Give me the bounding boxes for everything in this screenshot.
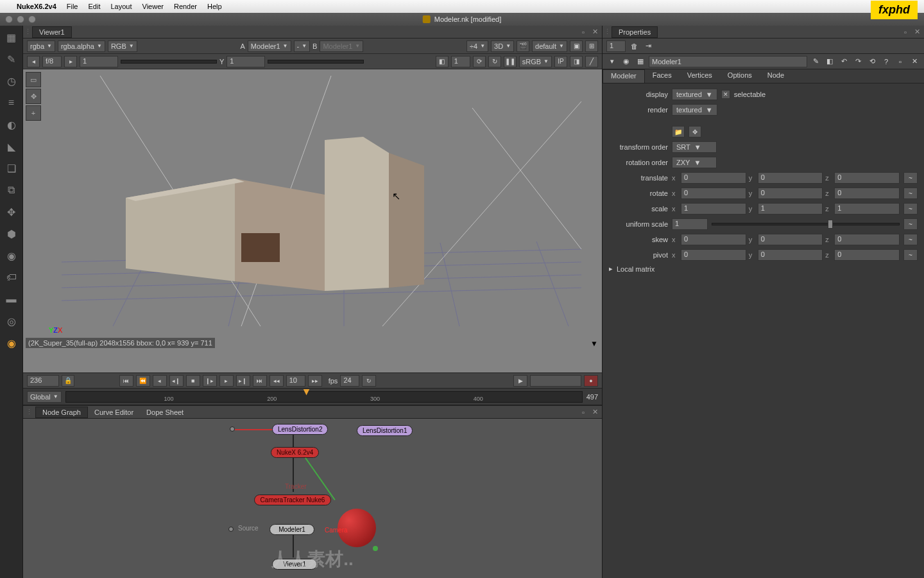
selectable-checkbox[interactable]: ✕ bbox=[721, 90, 730, 99]
center-icon[interactable]: ▦ bbox=[635, 56, 646, 67]
prop-count-field[interactable]: 1 bbox=[606, 40, 626, 52]
roi-icon[interactable]: ▣ bbox=[570, 40, 583, 52]
stop-icon[interactable]: ■ bbox=[186, 375, 200, 387]
wipe-combo[interactable]: -▼ bbox=[294, 40, 311, 52]
transform-order-combo[interactable]: SRT▼ bbox=[672, 141, 717, 153]
gain-slider[interactable] bbox=[121, 60, 217, 64]
wipe-icon[interactable]: ◨ bbox=[570, 56, 583, 67]
tool-views-icon[interactable]: ◉ bbox=[4, 248, 19, 263]
color-icon[interactable]: ◧ bbox=[824, 56, 835, 67]
revert-icon[interactable]: ⟲ bbox=[866, 56, 878, 67]
prop-grip-icon[interactable]: ⋮ bbox=[603, 28, 612, 36]
input-b-combo[interactable]: Modeler1▼ bbox=[320, 40, 363, 52]
first-frame-icon[interactable]: ⏮ bbox=[119, 375, 133, 387]
flipbook-field[interactable] bbox=[530, 375, 581, 387]
rotation-order-combo[interactable]: ZXY▼ bbox=[672, 157, 717, 168]
traffic-lights[interactable] bbox=[0, 15, 36, 23]
prop-close-icon[interactable]: ✕ bbox=[911, 28, 924, 36]
tc-field[interactable]: 1 bbox=[451, 56, 470, 67]
display-combo[interactable]: textured▼ bbox=[672, 89, 717, 100]
skip-back-icon[interactable]: ◂◂ bbox=[270, 375, 284, 387]
node-lens2[interactable]: LensDistortion1 bbox=[357, 425, 413, 436]
tab-curve-editor[interactable]: Curve Editor bbox=[88, 407, 140, 417]
pivot-anim-icon[interactable]: ~ bbox=[903, 249, 918, 261]
vp-move-icon[interactable]: ✥ bbox=[26, 89, 41, 104]
tool-filter-icon[interactable]: ◣ bbox=[4, 139, 19, 154]
uscale-anim-icon[interactable]: ~ bbox=[903, 218, 918, 230]
next-frame-icon[interactable]: ❙▸ bbox=[203, 375, 217, 387]
render-combo[interactable]: textured▼ bbox=[672, 104, 717, 116]
step-fwd-icon[interactable]: ▸❙ bbox=[236, 375, 250, 387]
translate-x[interactable]: 0 bbox=[681, 172, 746, 184]
tool-image-icon[interactable]: ▦ bbox=[4, 30, 19, 45]
skip-field[interactable]: 10 bbox=[286, 375, 305, 387]
app-name[interactable]: NukeX6.2v4 bbox=[17, 3, 56, 10]
tool-channel-icon[interactable]: ≡ bbox=[4, 95, 19, 110]
viewer-tab[interactable]: Viewer1 bbox=[32, 26, 72, 38]
lut-combo[interactable]: sRGB▼ bbox=[519, 56, 552, 67]
menu-help[interactable]: Help bbox=[207, 3, 222, 10]
tool-brush-icon[interactable]: ✎ bbox=[4, 51, 19, 67]
tab-faces[interactable]: Faces bbox=[645, 69, 680, 83]
rotate-x[interactable]: 0 bbox=[681, 188, 746, 199]
dot-node-2[interactable] bbox=[228, 527, 234, 532]
tab-options[interactable]: Options bbox=[720, 69, 760, 83]
tool-time-icon[interactable]: ◷ bbox=[4, 73, 19, 89]
redo-icon[interactable]: ↷ bbox=[852, 56, 864, 67]
snap-axis-icon[interactable]: ✥ bbox=[689, 126, 701, 137]
skip-fwd-icon[interactable]: ▸▸ bbox=[308, 375, 322, 387]
status-dropdown-icon[interactable]: ▼ bbox=[590, 339, 598, 348]
ng-float-icon[interactable]: ▫ bbox=[578, 408, 588, 416]
node-viewer[interactable]: Viewer1 bbox=[272, 559, 317, 570]
input-a-combo[interactable]: Modeler1▼ bbox=[248, 40, 291, 52]
skew-anim-icon[interactable]: ~ bbox=[903, 234, 918, 245]
snap-folder-icon[interactable]: 📁 bbox=[672, 126, 685, 137]
translate-z[interactable]: 0 bbox=[834, 172, 900, 184]
render-icon[interactable]: ● bbox=[584, 375, 598, 387]
pause-render-icon[interactable]: ⟳ bbox=[473, 56, 486, 67]
play-icon[interactable]: ▸ bbox=[219, 375, 234, 387]
clip-icon[interactable]: ◧ bbox=[436, 56, 449, 67]
scale-y[interactable]: 1 bbox=[758, 203, 823, 215]
node-modeler[interactable]: Modeler1 bbox=[270, 524, 314, 535]
tool-transform-icon[interactable]: ✥ bbox=[4, 204, 19, 220]
view-mode-combo[interactable]: 3D▼ bbox=[491, 40, 514, 52]
node-name-field[interactable]: Modeler1 bbox=[649, 56, 807, 67]
rotate-anim-icon[interactable]: ~ bbox=[903, 188, 918, 199]
vp-select-icon[interactable]: ▭ bbox=[26, 72, 41, 87]
refresh-icon[interactable]: ↻ bbox=[488, 56, 501, 67]
tool-keyer-icon[interactable]: ❑ bbox=[4, 161, 19, 176]
translate-anim-icon[interactable]: ~ bbox=[903, 172, 918, 184]
fps-field[interactable]: 24 bbox=[340, 375, 359, 387]
lock-icon[interactable]: 🔒 bbox=[62, 375, 74, 387]
panel-grip-icon[interactable]: ⋮ bbox=[23, 28, 32, 36]
uniform-scale-slider[interactable] bbox=[712, 223, 900, 225]
range-combo[interactable]: Global▼ bbox=[27, 391, 62, 403]
prev-key-icon[interactable]: ⏪ bbox=[136, 375, 150, 387]
tab-modeler[interactable]: Modeler bbox=[603, 69, 645, 83]
float-prop-icon[interactable]: ▫ bbox=[894, 56, 906, 67]
menu-render[interactable]: Render bbox=[174, 3, 197, 10]
flipbook-icon[interactable]: ▶ bbox=[513, 375, 527, 387]
node-camtracker[interactable]: CameraTracker Nuke6 bbox=[254, 495, 331, 505]
dot-node[interactable] bbox=[230, 426, 235, 432]
local-matrix-expand[interactable]: ▸ Local matrix bbox=[609, 265, 918, 273]
undo-icon[interactable]: ↶ bbox=[838, 56, 850, 67]
loop-icon[interactable]: ↻ bbox=[362, 375, 376, 387]
node-lens1[interactable]: LensDistortion2 bbox=[272, 424, 328, 435]
ng-grip-icon[interactable]: ⋮ bbox=[23, 408, 35, 416]
scale-z[interactable]: 1 bbox=[834, 203, 900, 215]
scale-x[interactable]: 1 bbox=[681, 203, 746, 215]
pause-icon[interactable]: ❚❚ bbox=[504, 56, 517, 67]
skew-x[interactable]: 0 bbox=[681, 234, 746, 245]
uniform-scale-field[interactable]: 1 bbox=[672, 218, 708, 230]
prop-float-icon[interactable]: ▫ bbox=[900, 28, 911, 36]
fstop-field[interactable]: f/8 bbox=[42, 56, 62, 67]
eye-icon[interactable]: ◉ bbox=[620, 56, 632, 67]
step-back-icon[interactable]: ◂ bbox=[153, 375, 167, 387]
rotate-z[interactable]: 0 bbox=[834, 188, 900, 199]
help-icon[interactable]: ? bbox=[880, 56, 892, 67]
viewport-3d[interactable]: ↖ ▭ ✥ + YZX (2K_Super_35(full-ap) 2048x1… bbox=[23, 69, 602, 405]
next-icon[interactable]: ▸ bbox=[64, 56, 77, 67]
menu-file[interactable]: File bbox=[67, 3, 78, 10]
